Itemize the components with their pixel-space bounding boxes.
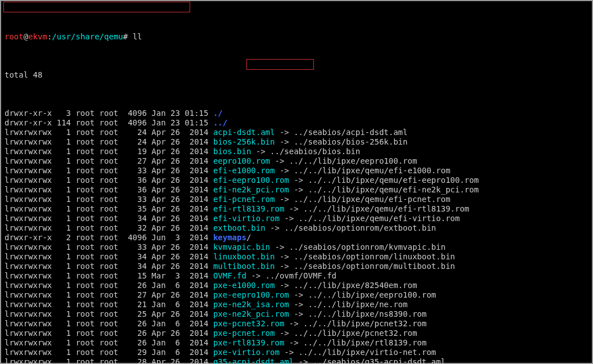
file-name: efi-ne2k_pci.rom xyxy=(213,185,289,194)
symlink-target: ../../lib/ipxe/qemu/efi-eepro100.rom xyxy=(308,176,478,185)
file-name: pxe-pcnet.rom xyxy=(213,329,275,338)
symlink-target: ../seabios/bios-256k.bin xyxy=(294,137,407,146)
list-item: lrwxrwxrwx 1 root root 27 Apr 26 2014 px… xyxy=(5,290,588,300)
symlink-arrow: -> xyxy=(280,348,299,357)
file-name: efi-eepro100.rom xyxy=(213,176,289,185)
symlink-arrow: -> xyxy=(275,195,294,204)
prompt-line: root@ekvm:/usr/share/qemu# ll xyxy=(5,32,588,42)
symlink-target: ../../lib/ipxe/qemu/efi-pcnet.rom xyxy=(294,195,450,204)
total-line: total 48 xyxy=(5,70,588,80)
list-item: lrwxrwxrwx 1 root root 26 Jan 6 2014 pxe… xyxy=(5,281,588,290)
file-meta: lrwxrwxrwx 1 root root 26 Jan 6 2014 xyxy=(5,281,213,290)
list-item: drwxr-xr-x 114 root root 4096 Jan 23 01:… xyxy=(5,118,588,128)
symlink-arrow: -> xyxy=(280,214,299,223)
file-name: pxe-e1000.rom xyxy=(213,281,275,290)
symlink-arrow: -> xyxy=(275,281,294,290)
file-name: ./ xyxy=(213,109,223,118)
file-name: extboot.bin xyxy=(213,223,266,232)
symlink-target: ../../lib/ipxe/ns8390.rom xyxy=(308,309,426,318)
list-item: lrwxrwxrwx 1 root root 35 Apr 26 2014 ef… xyxy=(5,204,588,214)
file-meta: lrwxrwxrwx 1 root root 15 Mar 3 2014 xyxy=(5,271,213,280)
list-item: drwxr-xr-x 2 root root 4096 Jun 3 2014 k… xyxy=(5,233,588,242)
symlink-arrow: -> xyxy=(284,204,303,213)
list-item: lrwxrwxrwx 1 root root 25 Apr 26 2014 px… xyxy=(5,309,588,319)
file-name: efi-e1000.rom xyxy=(213,166,275,175)
list-item: lrwxrwxrwx 1 root root 26 Jan 6 2014 pxe… xyxy=(5,338,588,348)
file-meta: lrwxrwxrwx 1 root root 24 Apr 26 2014 xyxy=(5,137,213,146)
terminal-window[interactable]: root@ekvm:/usr/share/qemu# ll total 48 d… xyxy=(0,0,593,364)
symlink-arrow: -> xyxy=(270,242,289,251)
symlink-target: ../seabios/optionrom/linuxboot.bin xyxy=(294,252,455,261)
symlink-target: ../../lib/ipxe/eepro100.rom xyxy=(308,290,436,299)
symlink-arrow: -> xyxy=(289,185,308,194)
list-item: lrwxrwxrwx 1 root root 24 Apr 26 2014 bi… xyxy=(5,137,588,147)
symlink-arrow: -> xyxy=(289,309,308,318)
file-meta: lrwxrwxrwx 1 root root 34 Apr 26 2014 xyxy=(5,214,213,223)
symlink-arrow: -> xyxy=(284,338,303,347)
file-meta: drwxr-xr-x 3 root root 4096 Jan 23 01:15 xyxy=(5,109,213,118)
prompt-host: ekvm xyxy=(28,32,47,41)
file-meta: lrwxrwxrwx 1 root root 36 Apr 26 2014 xyxy=(5,176,213,185)
symlink-arrow: -> xyxy=(289,176,308,185)
symlink-arrow: -> xyxy=(251,147,270,156)
symlink-target: ../../lib/ipxe/eepro100.rom xyxy=(289,156,417,165)
file-name: efi-virtio.rom xyxy=(213,214,280,223)
list-item: lrwxrwxrwx 1 root root 36 Apr 26 2014 ef… xyxy=(5,185,588,195)
file-meta: lrwxrwxrwx 1 root root 35 Apr 26 2014 xyxy=(5,204,213,213)
file-meta: lrwxrwxrwx 1 root root 33 Apr 26 2014 xyxy=(5,242,213,251)
symlink-arrow: -> xyxy=(246,271,266,280)
symlink-target: ../../lib/ipxe/ne.rom xyxy=(308,300,407,309)
symlink-target: ../seabios/bios.bin xyxy=(270,147,360,156)
file-name: pxe-virtio.rom xyxy=(213,348,280,357)
file-name: OVMF.fd xyxy=(213,271,246,280)
file-meta: lrwxrwxrwx 1 root root 24 Apr 26 2014 xyxy=(5,128,213,137)
symlink-target: ../seabios/optionrom/kvmvapic.bin xyxy=(289,242,446,251)
file-meta: lrwxrwxrwx 1 root root 25 Apr 26 2014 xyxy=(5,309,213,318)
symlink-arrow: -> xyxy=(284,319,303,328)
file-meta: lrwxrwxrwx 1 root root 28 Apr 26 2014 xyxy=(5,357,213,364)
symlink-target: ../../lib/ipxe/qemu/efi-virtio.rom xyxy=(299,214,460,223)
file-meta: lrwxrwxrwx 1 root root 32 Apr 26 2014 xyxy=(5,223,213,232)
file-name: q35-acpi-dsdt.aml xyxy=(213,357,294,364)
file-name: pxe-eepro100.rom xyxy=(213,290,289,299)
list-item: lrwxrwxrwx 1 root root 33 Apr 26 2014 ef… xyxy=(5,166,588,176)
symlink-target: ../../lib/ipxe/qemu/efi-e1000.rom xyxy=(294,166,450,175)
file-meta: lrwxrwxrwx 1 root root 21 Jan 6 2014 xyxy=(5,300,213,309)
prompt-path: /usr/share/qemu xyxy=(52,32,123,41)
file-name: pxe-ne2k_isa.rom xyxy=(213,300,289,309)
file-meta: lrwxrwxrwx 1 root root 34 Apr 26 2014 xyxy=(5,262,213,271)
list-item: lrwxrwxrwx 1 root root 34 Apr 26 2014 ef… xyxy=(5,214,588,223)
file-name: keymaps xyxy=(213,233,246,242)
listing-output: drwxr-xr-x 3 root root 4096 Jan 23 01:15… xyxy=(5,109,588,364)
symlink-arrow: -> xyxy=(275,329,294,338)
file-name: eepro100.rom xyxy=(213,156,270,165)
list-item: lrwxrwxrwx 1 root root 34 Apr 26 2014 mu… xyxy=(5,262,588,271)
symlink-arrow: -> xyxy=(266,223,285,232)
symlink-target: ../../lib/ipxe/virtio-net.rom xyxy=(299,348,436,357)
list-item: lrwxrwxrwx 1 root root 19 Apr 26 2014 bi… xyxy=(5,147,588,156)
symlink-target: ../../lib/ipxe/82540em.rom xyxy=(294,281,417,290)
symlink-target: ../ovmf/OVMF.fd xyxy=(266,271,336,280)
list-item: lrwxrwxrwx 1 root root 28 Apr 26 2014 q3… xyxy=(5,357,588,364)
symlink-arrow: -> xyxy=(275,137,294,146)
file-meta: lrwxrwxrwx 1 root root 26 Apr 26 2014 xyxy=(5,329,213,338)
symlink-target: ../seabios/acpi-dsdt.aml xyxy=(294,128,407,137)
symlink-target: ../../lib/ipxe/pcnet32.rom xyxy=(294,329,417,338)
file-meta: lrwxrwxrwx 1 root root 33 Apr 26 2014 xyxy=(5,166,213,175)
file-name: linuxboot.bin xyxy=(213,252,275,261)
prompt-user: root xyxy=(5,32,24,41)
file-name: efi-rtl8139.rom xyxy=(213,204,284,213)
symlink-target: ../../lib/ipxe/pcnet32.rom xyxy=(303,319,426,328)
file-name: pxe-pcnet32.rom xyxy=(213,319,284,328)
symlink-target: ../../lib/ipxe/qemu/efi-rtl8139.rom xyxy=(303,204,469,213)
file-name: bios-256k.bin xyxy=(213,137,275,146)
symlink-arrow: -> xyxy=(270,156,289,165)
file-meta: lrwxrwxrwx 1 root root 33 Apr 26 2014 xyxy=(5,195,213,204)
file-name: multiboot.bin xyxy=(213,262,275,271)
symlink-arrow: -> xyxy=(289,290,308,299)
symlink-arrow: -> xyxy=(275,128,294,137)
file-meta: lrwxrwxrwx 1 root root 27 Apr 26 2014 xyxy=(5,156,213,165)
symlink-arrow: -> xyxy=(275,166,294,175)
symlink-arrow: -> xyxy=(275,252,294,261)
symlink-target: ../../lib/ipxe/qemu/efi-ne2k_pci.rom xyxy=(308,185,478,194)
